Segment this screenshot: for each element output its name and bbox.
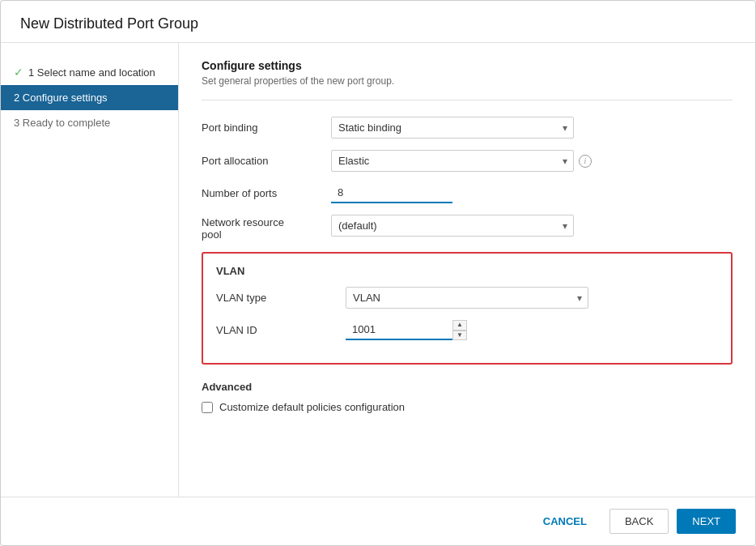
network-resource-pool-select[interactable]: (default): [331, 215, 574, 237]
vlan-type-row: VLAN type VLAN None VLAN Trunking Privat…: [216, 287, 718, 309]
port-binding-select[interactable]: Static binding Dynamic binding No bindin…: [331, 117, 574, 139]
vlan-type-label: VLAN type: [216, 292, 346, 304]
check-icon-step1: ✓: [14, 66, 23, 79]
sidebar-step-3[interactable]: 3 Ready to complete: [1, 110, 178, 135]
section-title: Configure settings: [202, 59, 733, 72]
vlan-type-select[interactable]: VLAN None VLAN Trunking Private VLAN: [346, 287, 588, 309]
customize-checkbox-row: Customize default policies configuration: [202, 401, 733, 413]
section-divider: [202, 100, 733, 100]
next-button[interactable]: NEXT: [677, 509, 736, 534]
vlan-id-spinner-buttons: ▲ ▼: [452, 320, 467, 340]
port-allocation-info-icon[interactable]: i: [579, 155, 592, 168]
port-allocation-control: Elastic Fixed i: [331, 150, 733, 172]
dialog-body: ✓ 1 Select name and location 2 Configure…: [1, 43, 755, 497]
vlan-id-input[interactable]: [346, 320, 467, 340]
sidebar-step-1[interactable]: ✓ 1 Select name and location: [1, 59, 178, 85]
network-resource-pool-label: Network resourcepool: [202, 215, 331, 241]
network-resource-pool-row: Network resourcepool (default): [202, 215, 733, 241]
vlan-box-title: VLAN: [216, 265, 718, 277]
vlan-id-control: ▲ ▼: [346, 320, 718, 340]
port-binding-label: Port binding: [202, 122, 331, 134]
sidebar-step1-label: 1 Select name and location: [28, 66, 155, 79]
sidebar-step2-label: 2 Configure settings: [14, 92, 108, 104]
customize-label[interactable]: Customize default policies configuration: [219, 401, 405, 413]
port-allocation-select[interactable]: Elastic Fixed: [331, 150, 574, 172]
vlan-box: VLAN VLAN type VLAN None VLAN Trunking P…: [202, 252, 733, 365]
vlan-id-row: VLAN ID ▲ ▼: [216, 320, 718, 340]
vlan-id-spinner-wrap: ▲ ▼: [346, 320, 467, 340]
sidebar-step3-label: 3 Ready to complete: [14, 117, 110, 129]
back-button[interactable]: BACK: [609, 509, 669, 534]
advanced-title: Advanced: [202, 381, 733, 393]
port-allocation-select-wrapper: Elastic Fixed: [331, 150, 574, 172]
port-binding-select-wrapper: Static binding Dynamic binding No bindin…: [331, 117, 574, 139]
vlan-type-control: VLAN None VLAN Trunking Private VLAN: [346, 287, 718, 309]
vlan-id-label: VLAN ID: [216, 324, 346, 336]
sidebar-step-2[interactable]: 2 Configure settings: [1, 85, 178, 110]
vlan-id-decrement-button[interactable]: ▼: [452, 331, 467, 341]
port-allocation-row: Port allocation Elastic Fixed i: [202, 150, 733, 172]
port-binding-control: Static binding Dynamic binding No bindin…: [331, 117, 733, 139]
port-binding-row: Port binding Static binding Dynamic bind…: [202, 117, 733, 139]
network-resource-pool-select-wrapper: (default): [331, 215, 574, 237]
main-content: Configure settings Set general propertie…: [179, 43, 755, 497]
advanced-section: Advanced Customize default policies conf…: [202, 381, 733, 413]
number-of-ports-control: [331, 183, 733, 203]
new-distributed-port-group-dialog: New Distributed Port Group ✓ 1 Select na…: [0, 0, 756, 546]
dialog-title: New Distributed Port Group: [1, 1, 755, 43]
sidebar: ✓ 1 Select name and location 2 Configure…: [1, 43, 179, 497]
section-desc: Set general properties of the new port g…: [202, 75, 733, 87]
number-of-ports-input[interactable]: [331, 183, 452, 203]
cancel-button[interactable]: CANCEL: [529, 510, 601, 533]
port-allocation-label: Port allocation: [202, 155, 331, 167]
dialog-footer: CANCEL BACK NEXT: [1, 497, 755, 545]
number-of-ports-label: Number of ports: [202, 187, 331, 199]
network-resource-pool-control: (default): [331, 215, 733, 241]
vlan-type-select-wrapper: VLAN None VLAN Trunking Private VLAN: [346, 287, 588, 309]
customize-checkbox[interactable]: [202, 402, 213, 413]
vlan-id-increment-button[interactable]: ▲: [452, 320, 467, 331]
number-of-ports-row: Number of ports: [202, 183, 733, 203]
